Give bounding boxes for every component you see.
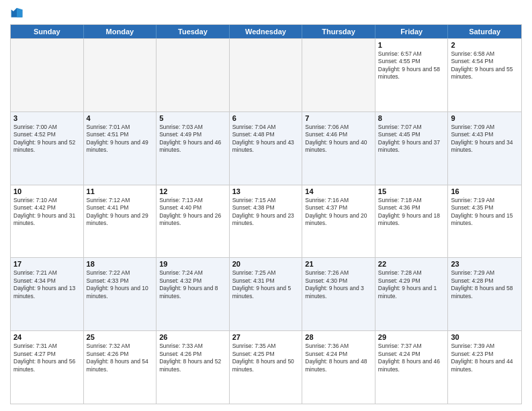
day-cell-9: 9Sunrise: 7:09 AM Sunset: 4:43 PM Daylig…: [448, 112, 521, 185]
day-info: Sunrise: 7:18 AM Sunset: 4:36 PM Dayligh…: [378, 197, 445, 228]
day-info: Sunrise: 7:33 AM Sunset: 4:26 PM Dayligh…: [159, 342, 226, 373]
day-cell-16: 16Sunrise: 7:19 AM Sunset: 4:35 PM Dayli…: [448, 185, 521, 258]
day-cell-14: 14Sunrise: 7:16 AM Sunset: 4:37 PM Dayli…: [302, 185, 375, 258]
day-info: Sunrise: 7:16 AM Sunset: 4:37 PM Dayligh…: [305, 197, 372, 228]
day-cell-23: 23Sunrise: 7:29 AM Sunset: 4:28 PM Dayli…: [448, 258, 521, 330]
day-cell-29: 29Sunrise: 7:37 AM Sunset: 4:24 PM Dayli…: [375, 331, 449, 404]
day-info: Sunrise: 7:24 AM Sunset: 4:32 PM Dayligh…: [159, 269, 226, 300]
day-info: Sunrise: 7:09 AM Sunset: 4:43 PM Dayligh…: [451, 124, 519, 154]
day-cell-22: 22Sunrise: 7:28 AM Sunset: 4:29 PM Dayli…: [375, 258, 449, 330]
day-info: Sunrise: 7:12 AM Sunset: 4:41 PM Dayligh…: [87, 197, 154, 228]
day-info: Sunrise: 7:00 AM Sunset: 4:52 PM Dayligh…: [13, 124, 81, 154]
day-cell-10: 10Sunrise: 7:10 AM Sunset: 4:42 PM Dayli…: [11, 185, 84, 258]
header-cell-tuesday: Tuesday: [157, 25, 230, 38]
page-header: [10, 7, 522, 20]
day-number: 11: [87, 187, 154, 195]
calendar-header: SundayMondayTuesdayWednesdayThursdayFrid…: [11, 25, 521, 38]
day-cell-2: 2Sunrise: 6:58 AM Sunset: 4:54 PM Daylig…: [448, 39, 521, 111]
calendar: SundayMondayTuesdayWednesdayThursdayFrid…: [10, 24, 522, 404]
day-cell-18: 18Sunrise: 7:22 AM Sunset: 4:33 PM Dayli…: [84, 258, 157, 330]
day-info: Sunrise: 7:13 AM Sunset: 4:40 PM Dayligh…: [159, 197, 226, 228]
day-cell-28: 28Sunrise: 7:36 AM Sunset: 4:24 PM Dayli…: [302, 331, 375, 404]
day-info: Sunrise: 7:06 AM Sunset: 4:46 PM Dayligh…: [305, 124, 372, 154]
day-number: 12: [159, 187, 226, 195]
day-info: Sunrise: 7:19 AM Sunset: 4:35 PM Dayligh…: [451, 197, 519, 228]
day-cell-30: 30Sunrise: 7:39 AM Sunset: 4:23 PM Dayli…: [448, 331, 521, 404]
day-info: Sunrise: 7:39 AM Sunset: 4:23 PM Dayligh…: [451, 342, 519, 373]
day-number: 16: [451, 187, 519, 195]
day-cell-24: 24Sunrise: 7:31 AM Sunset: 4:27 PM Dayli…: [11, 331, 84, 404]
day-number: 22: [378, 260, 445, 268]
header-cell-thursday: Thursday: [302, 25, 375, 38]
day-info: Sunrise: 7:31 AM Sunset: 4:27 PM Dayligh…: [13, 342, 81, 373]
day-number: 8: [378, 114, 445, 122]
header-cell-monday: Monday: [84, 25, 157, 38]
day-number: 14: [305, 187, 372, 195]
day-info: Sunrise: 7:37 AM Sunset: 4:24 PM Dayligh…: [378, 342, 445, 373]
day-cell-19: 19Sunrise: 7:24 AM Sunset: 4:32 PM Dayli…: [157, 258, 230, 330]
logo-icon: [10, 7, 24, 20]
calendar-body: 1Sunrise: 6:57 AM Sunset: 4:55 PM Daylig…: [11, 38, 521, 404]
calendar-row-0: 1Sunrise: 6:57 AM Sunset: 4:55 PM Daylig…: [11, 38, 521, 111]
calendar-row-3: 17Sunrise: 7:21 AM Sunset: 4:34 PM Dayli…: [11, 257, 521, 330]
day-number: 29: [378, 333, 445, 341]
day-number: 6: [232, 114, 300, 122]
day-cell-5: 5Sunrise: 7:03 AM Sunset: 4:49 PM Daylig…: [157, 112, 230, 185]
day-number: 7: [305, 114, 372, 122]
day-number: 9: [451, 114, 519, 122]
day-info: Sunrise: 7:15 AM Sunset: 4:38 PM Dayligh…: [232, 197, 300, 228]
day-info: Sunrise: 7:10 AM Sunset: 4:42 PM Dayligh…: [13, 197, 81, 228]
day-number: 17: [13, 260, 81, 268]
day-info: Sunrise: 7:29 AM Sunset: 4:28 PM Dayligh…: [451, 269, 519, 300]
header-cell-sunday: Sunday: [11, 25, 84, 38]
empty-cell: [230, 39, 303, 111]
empty-cell: [302, 39, 375, 111]
day-info: Sunrise: 7:26 AM Sunset: 4:30 PM Dayligh…: [305, 269, 372, 300]
day-info: Sunrise: 7:22 AM Sunset: 4:33 PM Dayligh…: [87, 269, 154, 300]
empty-cell: [157, 39, 230, 111]
day-info: Sunrise: 7:36 AM Sunset: 4:24 PM Dayligh…: [305, 342, 372, 373]
day-number: 4: [87, 114, 154, 122]
day-cell-4: 4Sunrise: 7:01 AM Sunset: 4:51 PM Daylig…: [84, 112, 157, 185]
day-number: 28: [305, 333, 372, 341]
day-number: 26: [159, 333, 226, 341]
empty-cell: [11, 39, 84, 111]
day-cell-8: 8Sunrise: 7:07 AM Sunset: 4:45 PM Daylig…: [375, 112, 449, 185]
day-cell-13: 13Sunrise: 7:15 AM Sunset: 4:38 PM Dayli…: [230, 185, 303, 258]
day-cell-11: 11Sunrise: 7:12 AM Sunset: 4:41 PM Dayli…: [84, 185, 157, 258]
day-info: Sunrise: 7:28 AM Sunset: 4:29 PM Dayligh…: [378, 269, 445, 300]
header-cell-saturday: Saturday: [448, 25, 521, 38]
day-cell-25: 25Sunrise: 7:32 AM Sunset: 4:26 PM Dayli…: [84, 331, 157, 404]
day-number: 24: [13, 333, 81, 341]
day-number: 13: [232, 187, 300, 195]
day-info: Sunrise: 7:07 AM Sunset: 4:45 PM Dayligh…: [378, 124, 445, 154]
day-cell-21: 21Sunrise: 7:26 AM Sunset: 4:30 PM Dayli…: [302, 258, 375, 330]
day-info: Sunrise: 7:35 AM Sunset: 4:25 PM Dayligh…: [232, 342, 300, 373]
header-cell-friday: Friday: [375, 25, 449, 38]
day-info: Sunrise: 7:25 AM Sunset: 4:31 PM Dayligh…: [232, 269, 300, 300]
day-number: 23: [451, 260, 519, 268]
calendar-row-1: 3Sunrise: 7:00 AM Sunset: 4:52 PM Daylig…: [11, 111, 521, 185]
day-info: Sunrise: 7:01 AM Sunset: 4:51 PM Dayligh…: [87, 124, 154, 154]
day-cell-17: 17Sunrise: 7:21 AM Sunset: 4:34 PM Dayli…: [11, 258, 84, 330]
header-cell-wednesday: Wednesday: [230, 25, 303, 38]
day-number: 19: [159, 260, 226, 268]
calendar-row-4: 24Sunrise: 7:31 AM Sunset: 4:27 PM Dayli…: [11, 330, 521, 404]
day-number: 3: [13, 114, 81, 122]
day-info: Sunrise: 7:32 AM Sunset: 4:26 PM Dayligh…: [87, 342, 154, 373]
calendar-row-2: 10Sunrise: 7:10 AM Sunset: 4:42 PM Dayli…: [11, 185, 521, 258]
day-cell-1: 1Sunrise: 6:57 AM Sunset: 4:55 PM Daylig…: [375, 39, 449, 111]
day-cell-6: 6Sunrise: 7:04 AM Sunset: 4:48 PM Daylig…: [230, 112, 303, 185]
day-cell-12: 12Sunrise: 7:13 AM Sunset: 4:40 PM Dayli…: [157, 185, 230, 258]
day-cell-27: 27Sunrise: 7:35 AM Sunset: 4:25 PM Dayli…: [230, 331, 303, 404]
day-cell-20: 20Sunrise: 7:25 AM Sunset: 4:31 PM Dayli…: [230, 258, 303, 330]
day-number: 5: [159, 114, 226, 122]
day-number: 27: [232, 333, 300, 341]
empty-cell: [84, 39, 157, 111]
day-cell-26: 26Sunrise: 7:33 AM Sunset: 4:26 PM Dayli…: [157, 331, 230, 404]
day-cell-3: 3Sunrise: 7:00 AM Sunset: 4:52 PM Daylig…: [11, 112, 84, 185]
day-number: 30: [451, 333, 519, 341]
day-info: Sunrise: 7:04 AM Sunset: 4:48 PM Dayligh…: [232, 124, 300, 154]
day-number: 15: [378, 187, 445, 195]
day-number: 18: [87, 260, 154, 268]
